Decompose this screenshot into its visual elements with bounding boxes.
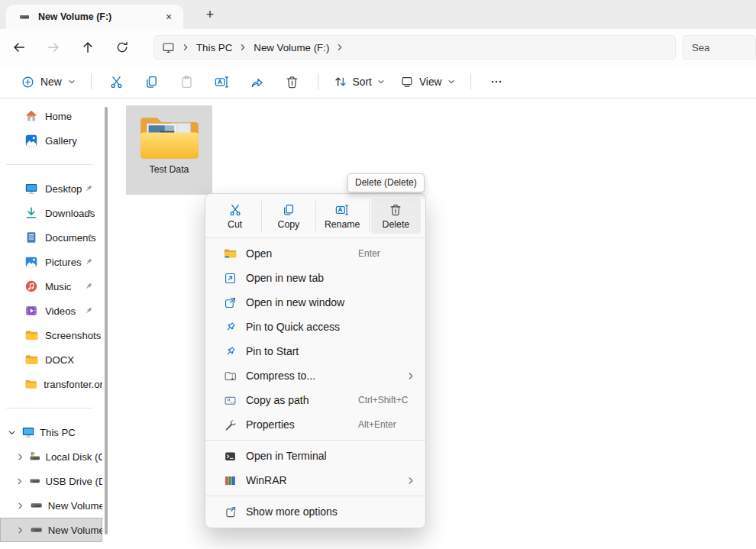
cut-button[interactable] bbox=[99, 69, 134, 95]
drive-icon bbox=[30, 523, 43, 537]
sort-icon bbox=[334, 75, 347, 89]
pin-icon bbox=[222, 345, 237, 358]
context-menu-item-open-new-window[interactable]: Open in new window bbox=[205, 290, 425, 315]
context-menu-item-pin-quick-access[interactable]: Pin to Quick access bbox=[205, 315, 425, 339]
rename-button[interactable] bbox=[205, 69, 240, 95]
copy-as-path-icon bbox=[222, 394, 237, 407]
scissors-icon bbox=[228, 203, 242, 217]
pin-icon bbox=[84, 184, 93, 193]
sidebar-item-transfonter[interactable]: transfonter.org bbox=[0, 372, 102, 396]
sidebar-item-music[interactable]: Music bbox=[0, 274, 102, 299]
more-options-button[interactable] bbox=[479, 69, 514, 95]
chevron-right-icon[interactable] bbox=[15, 453, 24, 461]
sidebar-scrollbar[interactable] bbox=[105, 107, 108, 534]
context-copy-button[interactable]: Copy bbox=[263, 199, 313, 234]
open-new-window-icon bbox=[222, 296, 237, 309]
chevron-right-icon[interactable] bbox=[15, 477, 24, 486]
delete-button[interactable] bbox=[275, 69, 310, 95]
tab-title: New Volume (F:) bbox=[38, 11, 160, 22]
context-menu-item-copy-as-path[interactable]: Copy as path Ctrl+Shift+C bbox=[205, 388, 425, 412]
sidebar-item-screenshots[interactable]: Screenshots bbox=[0, 323, 102, 347]
title-bar: New Volume (F:) × + bbox=[0, 0, 756, 29]
this-pc-icon bbox=[162, 41, 175, 54]
sidebar-item-downloads[interactable]: Downloads bbox=[0, 201, 102, 225]
new-tab-button[interactable]: + bbox=[200, 5, 220, 24]
search-input[interactable]: Sea bbox=[683, 35, 756, 60]
zip-folder-icon bbox=[222, 370, 237, 383]
breadcrumb-current-folder[interactable]: New Volume (F:) bbox=[254, 42, 329, 53]
sidebar-item-label: USB Drive (D:) bbox=[45, 476, 102, 487]
sidebar-item-label: Local Disk (C:) bbox=[46, 451, 102, 463]
paste-button[interactable] bbox=[170, 69, 205, 95]
sidebar-item-home[interactable]: Home bbox=[0, 104, 102, 128]
context-menu-item-winrar[interactable]: WinRAR bbox=[205, 468, 425, 492]
context-menu-item-show-more-options[interactable]: Show more options bbox=[205, 499, 425, 524]
quick-action-divider bbox=[369, 201, 370, 231]
sidebar-item-desktop[interactable]: Desktop bbox=[0, 176, 102, 201]
sort-button[interactable]: Sort bbox=[326, 69, 393, 95]
context-cut-button[interactable]: Cut bbox=[210, 199, 260, 234]
sidebar-item-this-pc[interactable]: This PC bbox=[0, 420, 102, 444]
sidebar-item-gallery[interactable]: Gallery bbox=[0, 128, 102, 153]
menu-item-label: Properties bbox=[246, 418, 358, 431]
view-icon bbox=[400, 75, 414, 89]
open-new-tab-icon bbox=[222, 272, 237, 285]
chevron-down-icon[interactable] bbox=[6, 428, 17, 437]
breadcrumb-this-pc[interactable]: This PC bbox=[196, 42, 232, 53]
back-button[interactable] bbox=[7, 34, 31, 60]
menu-item-shortcut: Alt+Enter bbox=[358, 419, 415, 430]
context-rename-button[interactable]: Rename bbox=[318, 199, 367, 234]
context-menu: Cut Copy Rename Delete Open Enter bbox=[205, 193, 426, 528]
new-button[interactable]: New bbox=[14, 69, 83, 95]
sidebar-item-videos[interactable]: Videos bbox=[0, 299, 102, 323]
menu-item-label: Open in Terminal bbox=[246, 450, 415, 462]
folder-icon bbox=[24, 353, 38, 367]
file-tile-test-data[interactable]: Test Data bbox=[126, 105, 212, 195]
context-delete-button[interactable]: Delete bbox=[371, 199, 421, 234]
copy-button[interactable] bbox=[134, 69, 170, 95]
context-menu-item-properties[interactable]: Properties Alt+Enter bbox=[205, 412, 425, 437]
menu-item-shortcut: Enter bbox=[358, 248, 415, 259]
context-menu-item-open-new-tab[interactable]: Open in new tab bbox=[205, 266, 425, 290]
chevron-right-icon bbox=[336, 44, 344, 51]
desktop-icon bbox=[24, 182, 38, 195]
explorer-tab[interactable]: New Volume (F:) × bbox=[6, 5, 183, 29]
winrar-icon bbox=[222, 474, 237, 487]
chevron-right-icon bbox=[406, 476, 415, 485]
context-menu-item-pin-start[interactable]: Pin to Start bbox=[205, 339, 425, 363]
sidebar-item-docx[interactable]: DOCX bbox=[0, 347, 102, 372]
menu-item-label: Open bbox=[246, 247, 358, 260]
rename-icon bbox=[215, 75, 229, 89]
menu-item-label: Pin to Start bbox=[246, 345, 415, 357]
downloads-icon bbox=[24, 206, 38, 220]
up-button[interactable] bbox=[76, 34, 99, 60]
rename-icon bbox=[335, 203, 349, 217]
ellipsis-icon bbox=[489, 75, 503, 89]
sidebar-item-label: Screenshots bbox=[45, 330, 101, 341]
forward-button[interactable] bbox=[41, 34, 65, 60]
context-menu-item-open-in-terminal[interactable]: Open in Terminal bbox=[205, 444, 425, 468]
terminal-icon bbox=[222, 450, 237, 463]
view-button[interactable]: View bbox=[393, 69, 463, 95]
sidebar-item-new-volume-f[interactable]: New Volume bbox=[0, 518, 102, 542]
sidebar-item-usb-drive-d[interactable]: USB Drive (D:) bbox=[0, 469, 102, 493]
tab-close-icon[interactable]: × bbox=[160, 8, 177, 25]
context-menu-item-open[interactable]: Open Enter bbox=[205, 241, 425, 266]
sidebar-item-local-disk-c[interactable]: Local Disk (C:) bbox=[0, 444, 102, 469]
context-menu-item-compress-to[interactable]: Compress to... bbox=[205, 363, 425, 388]
refresh-button[interactable] bbox=[110, 34, 134, 60]
sidebar-item-pictures[interactable]: Pictures bbox=[0, 250, 102, 274]
command-toolbar: New Sort View bbox=[0, 66, 756, 98]
chevron-right-icon bbox=[406, 372, 415, 380]
chevron-right-icon[interactable] bbox=[15, 502, 25, 510]
menu-item-label: Open in new tab bbox=[246, 272, 415, 284]
share-icon bbox=[250, 75, 264, 89]
sidebar-item-documents[interactable]: Documents bbox=[0, 225, 102, 250]
chevron-right-icon[interactable] bbox=[15, 526, 25, 534]
chevron-right-icon bbox=[239, 44, 247, 51]
address-bar[interactable]: This PC New Volume (F:) bbox=[153, 35, 676, 60]
quick-action-divider bbox=[315, 201, 316, 231]
menu-separator bbox=[205, 440, 425, 441]
share-button[interactable] bbox=[240, 69, 275, 95]
sidebar-item-new-volume-e[interactable]: New Volume bbox=[0, 493, 102, 518]
